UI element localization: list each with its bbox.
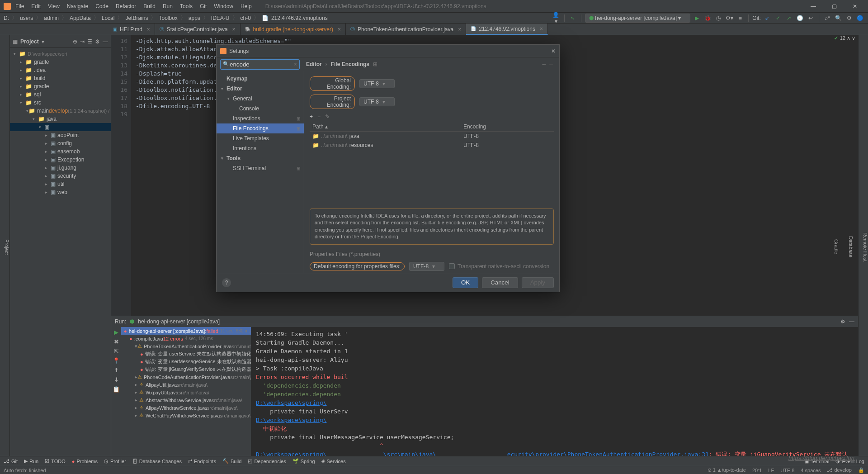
bc-10[interactable]: 212.4746.92.vmoptions	[271, 15, 328, 21]
hide-icon[interactable]: —	[103, 38, 108, 45]
th-path[interactable]: Path	[312, 123, 324, 130]
tree-row[interactable]: ▾📁src	[10, 99, 111, 107]
settings-nav[interactable]: Keymap▾Editor▾GeneralConsoleInspections⊞…	[217, 71, 304, 273]
run-tree-row[interactable]: ●:compileJava 12 errors4 sec, 126 ms	[121, 335, 251, 342]
run-config-dropdown[interactable]: ⬢ hei-dong-api-server [compileJava] ▾	[585, 14, 690, 23]
settings-nav-item[interactable]: ▾Tools	[217, 153, 304, 163]
tw-database[interactable]: Database	[848, 236, 854, 257]
settings-icon[interactable]: ⚙	[844, 15, 854, 21]
bc-0[interactable]: D:	[4, 15, 9, 21]
tree-row[interactable]: ▸📁gradle	[10, 82, 111, 90]
close-button[interactable]: ✕	[845, 3, 864, 9]
close-icon[interactable]: ×	[232, 26, 236, 33]
settings-nav-item[interactable]: ▾Editor	[217, 84, 304, 94]
menu-help[interactable]: Help	[238, 2, 255, 10]
bc-8[interactable]: IDEA-U	[211, 15, 230, 21]
attach-icon[interactable]: ✖	[114, 338, 119, 345]
user-icon[interactable]: 👤▾	[552, 12, 561, 24]
add-path-icon[interactable]: +	[310, 114, 313, 120]
run-tree-row[interactable]: ●hei-dong-api-server [:compileJava]: fai…	[121, 327, 251, 335]
tab-vmoptions[interactable]: 📄212.4746.92.vmoptions×	[466, 24, 548, 35]
settings-nav-item[interactable]: Inspections⊞	[217, 114, 304, 123]
apply-button[interactable]: Apply	[522, 277, 554, 288]
status-le[interactable]: LF	[768, 468, 774, 473]
crumb-editor[interactable]: Editor	[306, 61, 322, 67]
run-tree[interactable]: ●hei-dong-api-server [:compileJava]: fai…	[121, 327, 251, 456]
search-everywhere-icon[interactable]: ⌕ᴬ	[823, 15, 832, 21]
run-tree-row[interactable]: ▾⚠PhoneTokenAuthenticationProvider.java …	[121, 342, 251, 350]
status-pos[interactable]: 20:1	[752, 468, 762, 473]
bc-6[interactable]: Toolbox	[159, 15, 177, 21]
status-lock-icon[interactable]: 🔒	[858, 467, 864, 473]
more-run-button[interactable]: ⚙▾	[725, 15, 734, 21]
close-icon[interactable]: ×	[540, 26, 543, 32]
transparent-ascii-checkbox[interactable]: Transparent native-to-ascii conversion	[449, 263, 549, 270]
gear-icon[interactable]: ⚙	[840, 318, 845, 325]
git-push-icon[interactable]: ↗	[784, 15, 793, 21]
menu-git[interactable]: Git	[197, 2, 209, 10]
select-opened-icon[interactable]: ⊕	[73, 38, 77, 45]
close-icon[interactable]: ✕	[551, 48, 556, 54]
bc-9[interactable]: ch-0	[241, 15, 251, 21]
tree-row[interactable]: ▸▣aopPoint	[10, 131, 111, 139]
rerun-icon[interactable]: ▶	[114, 329, 118, 336]
tree-row[interactable]: ▸📁.idea	[10, 66, 111, 74]
run-tree-row[interactable]: ●错误: 变量 jiGuangVerifyService 未在默认构造器中	[121, 365, 251, 373]
menu-refactor[interactable]: Refactor	[113, 2, 139, 10]
tab-gradle[interactable]: 🐘build.gradle (hei-dong-api-server)×	[241, 24, 346, 35]
tw-gradle[interactable]: Gradle	[834, 239, 839, 254]
minimize-button[interactable]: —	[804, 3, 823, 9]
back-build-icon[interactable]: ↖	[568, 15, 577, 21]
run-tree-row[interactable]: ▸⚠WeChatPayWithdrawService.java src\main…	[121, 412, 251, 419]
settings-search-input[interactable]	[220, 59, 300, 70]
settings-nav-item[interactable]: File Encodings⊞	[217, 123, 304, 133]
status-enc[interactable]: UTF-8	[780, 468, 794, 473]
bc-5[interactable]: JetBrains	[125, 15, 148, 21]
project-encoding-select[interactable]: UTF-8	[359, 97, 395, 106]
run-tree-row[interactable]: ●错误: 变量 userService 未在默认构造器中初始化	[121, 350, 251, 358]
status-branch[interactable]: ⎇ develop	[827, 467, 852, 473]
tree-row[interactable]: ▸▣config	[10, 139, 111, 147]
tree-row[interactable]: ▸▣easemob	[10, 147, 111, 156]
tree-row[interactable]: ▸📁sql	[10, 90, 111, 99]
settings-nav-item[interactable]: Live Templates	[217, 133, 304, 143]
tw-profiler[interactable]: ◶ Profiler	[104, 458, 126, 464]
settings-nav-item[interactable]: Intentions	[217, 143, 304, 153]
close-icon[interactable]: ×	[147, 26, 150, 33]
gear-icon[interactable]: ⚙	[95, 38, 100, 45]
settings-nav-item[interactable]: ▾General	[217, 94, 304, 104]
help-icon[interactable]: ?	[222, 278, 231, 287]
th-encoding[interactable]: Encoding	[463, 123, 554, 130]
tw-deps[interactable]: ◰ Dependencies	[248, 458, 286, 464]
settings-nav-item[interactable]: Console	[217, 104, 304, 114]
expand-icon[interactable]: ☰	[87, 38, 92, 45]
tree-row[interactable]: ▸📁gradle	[10, 58, 111, 66]
run-tree-row[interactable]: ▸⚠AbstractWithdrawService.java src\main\…	[121, 396, 251, 404]
tw-services[interactable]: ◈ Services	[321, 458, 346, 464]
props-encoding-select[interactable]: UTF-8	[409, 262, 444, 271]
wrap-icon[interactable]: 📋	[113, 386, 120, 393]
tw-dbchanges[interactable]: 🗄 Database Changes	[132, 459, 182, 464]
menu-tools[interactable]: Tools	[177, 2, 195, 10]
tw-project[interactable]: Project	[4, 239, 9, 255]
close-icon[interactable]: ×	[458, 26, 461, 33]
debug-button[interactable]: 🐞	[703, 15, 712, 21]
run-tree-row[interactable]: ▸⚠AlipayWithdrawService.java src\main\ja…	[121, 404, 251, 412]
tw-git[interactable]: ⎇ Git	[4, 458, 18, 464]
status-vcs[interactable]: ⊘ 1 ▲/up-to-date	[708, 467, 746, 473]
edit-path-icon[interactable]: ✎	[325, 114, 330, 120]
settings-nav-item[interactable]: SSH Terminal⊞	[217, 163, 304, 173]
tree-row[interactable]: ▸▣Excepetion	[10, 156, 111, 164]
run-button[interactable]: ▶	[692, 15, 701, 21]
tw-run[interactable]: ▶ Run	[24, 458, 38, 464]
bc-7[interactable]: apps	[189, 15, 200, 21]
git-update-icon[interactable]: ↙	[763, 15, 772, 21]
tree-row[interactable]: ▸▣util	[10, 180, 111, 188]
hide-run-icon[interactable]: —	[849, 318, 854, 325]
search-icon[interactable]: 🔍	[834, 15, 843, 21]
ok-button[interactable]: OK	[453, 277, 478, 288]
tree-row[interactable]: ▸▣web	[10, 188, 111, 196]
tw-problems[interactable]: ● Problems	[72, 459, 98, 464]
settings-nav-item[interactable]: Keymap	[217, 74, 304, 84]
tab-static[interactable]: ⒸStaticPageController.java×	[155, 24, 241, 35]
